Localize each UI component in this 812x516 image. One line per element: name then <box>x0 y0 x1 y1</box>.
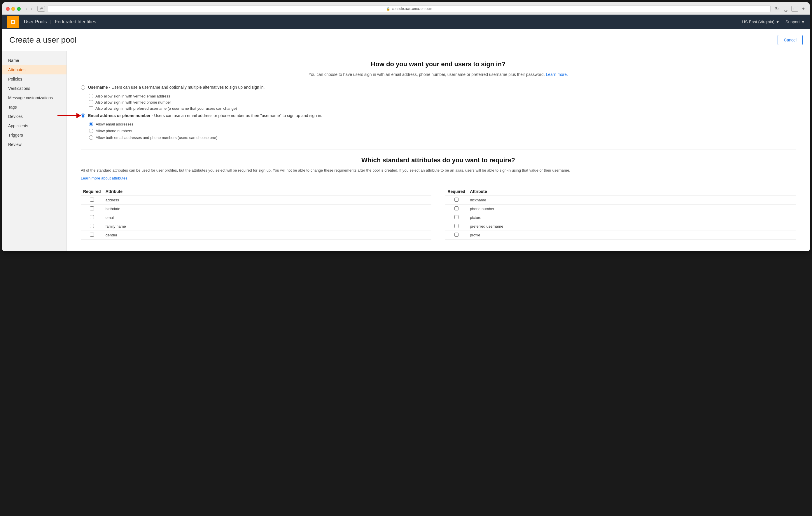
svg-rect-1 <box>12 21 14 23</box>
sidebar-item-triggers[interactable]: Triggers <box>2 131 66 140</box>
birthdate-required-cell <box>81 204 103 213</box>
browser-toolbar-right: ↻ ⍽ ◻ + <box>774 5 806 12</box>
username-radio[interactable] <box>81 85 85 89</box>
section2-subtext: All of the standard attributes can be us… <box>81 167 796 173</box>
nickname-label: nickname <box>468 195 796 204</box>
share-button[interactable]: ⍽ <box>783 5 789 12</box>
table-row: preferred username <box>445 222 796 230</box>
address-checkbox[interactable] <box>90 197 94 202</box>
gender-checkbox[interactable] <box>90 233 94 237</box>
email-phone-sub-radios: Allow email addresses Allow phone number… <box>89 122 796 140</box>
learn-more-attributes-link[interactable]: Learn more about attributes. <box>81 176 128 180</box>
verified-phone-checkbox[interactable] <box>89 100 93 104</box>
phone-number-label: phone number <box>468 204 796 213</box>
lock-icon: 🔒 <box>386 7 390 11</box>
table-row: email <box>81 213 431 222</box>
username-label: Username - Users can use a username and … <box>88 85 265 90</box>
phone-number-required-cell <box>445 204 468 213</box>
close-button[interactable] <box>6 7 10 11</box>
username-checkboxes: Also allow sign in with verified email a… <box>89 94 796 111</box>
table-row: profile <box>445 230 796 239</box>
nav-federated-identities[interactable]: Federated Identities <box>55 19 96 25</box>
table-row: phone number <box>445 204 796 213</box>
back-button[interactable]: ‹ <box>24 5 29 12</box>
attributes-col-1: Required Attribute addr <box>81 187 431 240</box>
profile-checkbox[interactable] <box>455 233 459 237</box>
learn-more-link-1[interactable]: Learn more. <box>546 72 568 77</box>
sidebar-item-name[interactable]: Name <box>2 56 66 65</box>
allow-email-label: Allow email addresses <box>96 122 133 126</box>
arrow-shaft <box>57 115 77 116</box>
new-tab-button[interactable]: + <box>801 5 806 12</box>
allow-both-radio[interactable] <box>89 135 93 140</box>
section1-subtext: You can choose to have users sign in wit… <box>81 72 796 78</box>
arrow-head <box>77 113 81 118</box>
main-window: Create a user pool Cancel Name Attribute… <box>2 29 810 251</box>
col2-attribute-header: Attribute <box>468 187 796 196</box>
preferred-username-attr-label: preferred username <box>468 222 796 230</box>
picture-checkbox[interactable] <box>455 215 459 219</box>
verified-phone-label: Also allow sign in with verified phone n… <box>95 100 171 105</box>
sidebar-item-tags[interactable]: Tags <box>2 103 66 112</box>
verified-email-label: Also allow sign in with verified email a… <box>95 94 170 98</box>
preferred-username-checkbox[interactable] <box>89 106 93 110</box>
sidebar-item-policies[interactable]: Policies <box>2 75 66 84</box>
allow-both-label: Allow both email addresses and phone num… <box>96 135 217 140</box>
nav-user-pools[interactable]: User Pools <box>24 19 47 25</box>
chevron-down-icon: ▼ <box>776 20 780 24</box>
email-checkbox[interactable] <box>90 215 94 219</box>
signin-options: Username - Users can use a username and … <box>81 85 796 140</box>
address-label: address <box>103 195 431 204</box>
birthdate-checkbox[interactable] <box>90 206 94 211</box>
support-menu[interactable]: Support ▼ <box>785 20 805 24</box>
email-label: email <box>103 213 431 222</box>
allow-email-radio[interactable] <box>89 122 93 126</box>
reading-mode-button[interactable]: ☍ <box>37 6 45 12</box>
sidebar-item-message-customizations[interactable]: Message customizations <box>2 93 66 103</box>
chevron-down-icon: ▼ <box>801 20 805 24</box>
col1-attribute-header: Attribute <box>103 187 431 196</box>
section2-heading: Which standard attributes do you want to… <box>81 157 796 164</box>
attributes-col-2: Required Attribute nick <box>445 187 796 240</box>
email-phone-option-container: Email address or phone number - Users ca… <box>81 113 796 119</box>
sidebar-item-attributes[interactable]: Attributes <box>2 65 66 75</box>
attributes-table-container: Required Attribute addr <box>81 187 796 240</box>
sidebar-item-review[interactable]: Review <box>2 140 66 149</box>
email-phone-label: Email address or phone number - Users ca… <box>88 113 322 119</box>
checkbox-preferred-username: Also allow sign in with preferred userna… <box>89 106 796 111</box>
nickname-checkbox[interactable] <box>455 197 459 202</box>
address-bar[interactable]: 🔒 console.aws.amazon.com <box>48 5 771 12</box>
preferred-username-required-cell <box>445 222 468 230</box>
sidebar-item-devices[interactable]: Devices <box>2 112 66 121</box>
red-arrow-annotation <box>57 113 81 118</box>
sidebar-item-app-clients[interactable]: App clients <box>2 121 66 131</box>
address-required-cell <box>81 195 103 204</box>
sidebar-item-verifications[interactable]: Verifications <box>2 84 66 93</box>
aws-header-right: US East (Virginia) ▼ Support ▼ <box>742 20 805 24</box>
cancel-button[interactable]: Cancel <box>778 35 803 45</box>
family-name-required-cell <box>81 222 103 230</box>
forward-button[interactable]: › <box>29 5 34 12</box>
aws-nav: User Pools | Federated Identities <box>24 19 737 25</box>
username-option: Username - Users can use a username and … <box>81 85 796 90</box>
sidebar: Name Attributes Policies Verifications M… <box>2 51 66 251</box>
family-name-checkbox[interactable] <box>90 224 94 228</box>
tab-button[interactable]: ◻ <box>791 6 798 12</box>
reload-button[interactable]: ↻ <box>774 5 780 12</box>
gender-required-cell <box>81 230 103 239</box>
maximize-button[interactable] <box>17 7 21 11</box>
table-row: nickname <box>445 195 796 204</box>
allow-phone-option: Allow phone numbers <box>89 129 796 133</box>
nickname-required-cell <box>445 195 468 204</box>
region-selector[interactable]: US East (Virginia) ▼ <box>742 20 780 24</box>
allow-phone-radio[interactable] <box>89 129 93 133</box>
minimize-button[interactable] <box>11 7 15 11</box>
aws-header: User Pools | Federated Identities US Eas… <box>2 15 810 29</box>
allow-phone-label: Allow phone numbers <box>96 129 132 133</box>
verified-email-checkbox[interactable] <box>89 94 93 98</box>
col2-required-header: Required <box>445 187 468 196</box>
preferred-username-attr-checkbox[interactable] <box>455 224 459 228</box>
allow-email-option: Allow email addresses <box>89 122 796 126</box>
email-phone-radio[interactable] <box>81 113 85 118</box>
phone-number-checkbox[interactable] <box>455 206 459 211</box>
